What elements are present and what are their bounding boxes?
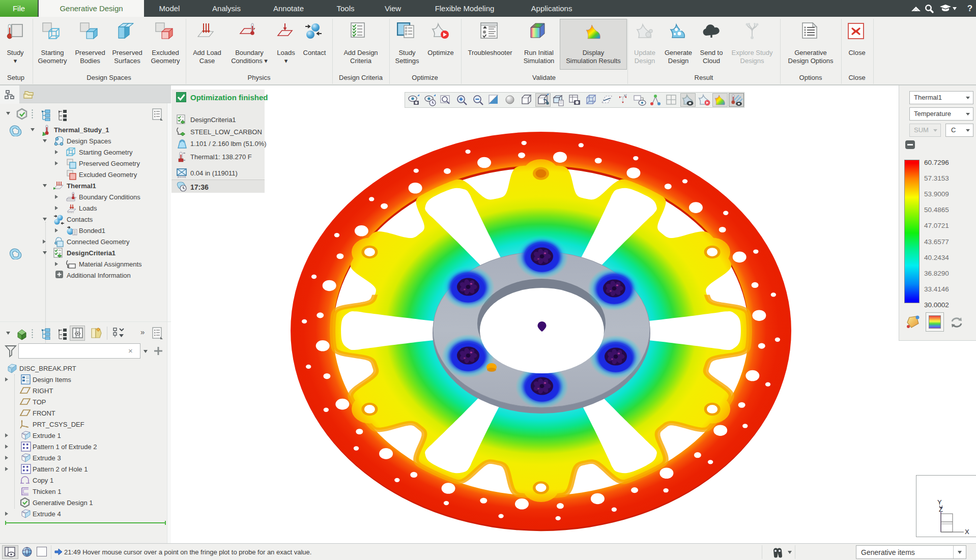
svg-text:x/: x/ <box>624 94 627 97</box>
svg-text:X: X <box>965 528 969 535</box>
svg-text:Z: Z <box>939 506 943 513</box>
svg-text:Y: Y <box>937 498 942 506</box>
